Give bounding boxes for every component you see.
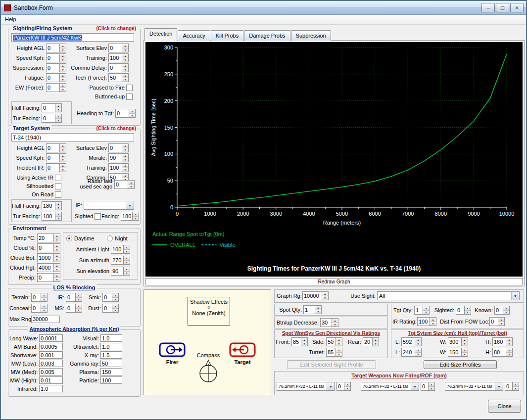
spinner-arrows[interactable]	[122, 64, 128, 72]
firer-click-to-change[interactable]: (Click to change)	[95, 26, 137, 31]
spinner-arrows[interactable]	[122, 44, 128, 52]
conceal-spinner[interactable]	[31, 304, 48, 313]
spinner-arrows[interactable]	[301, 338, 307, 346]
ultraviolet-input[interactable]	[100, 343, 122, 350]
known-spinner[interactable]	[494, 306, 510, 315]
smk-spinner[interactable]	[102, 293, 119, 302]
firer-surface-elev-spinner[interactable]	[108, 44, 129, 52]
turret-l-spinner[interactable]	[401, 348, 422, 357]
spinner-arrows[interactable]	[123, 245, 130, 253]
side-spinner[interactable]	[326, 337, 342, 346]
spinner-arrows[interactable]	[128, 181, 134, 188]
spinner-arrows[interactable]	[129, 109, 135, 117]
target-system-selector[interactable]: T-34 (1940)	[11, 133, 134, 141]
spinner-arrows[interactable]	[503, 306, 509, 314]
precip-spinner[interactable]	[37, 273, 60, 282]
temp-spinner[interactable]	[37, 233, 60, 242]
spinner-arrows[interactable]	[498, 318, 504, 326]
cloud-pct-spinner[interactable]	[37, 243, 60, 252]
los-ir-spinner[interactable]	[66, 293, 82, 302]
spinner-arrows[interactable]	[53, 274, 60, 281]
spinner-arrows[interactable]	[415, 338, 421, 346]
ip-combo[interactable]	[84, 201, 134, 210]
target-hull-facing-spinner[interactable]	[42, 201, 62, 210]
weapon2-rof-spinner[interactable]	[421, 382, 435, 391]
tab-damage-probs[interactable]: Damage Probs	[244, 30, 290, 41]
spinner-arrows[interactable]	[41, 293, 47, 301]
spinner-arrows[interactable]	[461, 348, 468, 356]
turret-spinner[interactable]	[326, 348, 342, 357]
spinner-arrows[interactable]	[59, 164, 66, 172]
spinner-arrows[interactable]	[59, 54, 66, 62]
daytime-radio[interactable]	[66, 235, 72, 241]
firer-tur-facing-spinner[interactable]	[42, 114, 62, 123]
spinner-arrows[interactable]	[344, 382, 350, 390]
spinner-arrows[interactable]	[112, 304, 118, 312]
spinner-arrows[interactable]	[464, 306, 471, 314]
hull-l-spinner[interactable]	[401, 337, 422, 346]
spinner-arrows[interactable]	[41, 304, 47, 312]
spinner-arrows[interactable]	[53, 244, 60, 252]
spinner-arrows[interactable]	[59, 84, 66, 92]
silhouetted-checkbox[interactable]	[55, 183, 61, 189]
target-tur-facing-spinner[interactable]	[42, 212, 62, 221]
spinner-arrows[interactable]	[512, 382, 519, 390]
spinner-arrows[interactable]	[59, 64, 66, 72]
spinner-arrows[interactable]	[122, 74, 128, 82]
on-road-checkbox[interactable]	[55, 191, 61, 198]
maximize-button[interactable]: □	[496, 3, 509, 12]
rear-spinner[interactable]	[363, 337, 379, 346]
night-radio[interactable]	[107, 235, 113, 241]
spinner-arrows[interactable]	[332, 319, 338, 327]
spinner-arrows[interactable]	[132, 212, 139, 220]
spinner-arrows[interactable]	[53, 264, 60, 272]
spinner-arrows[interactable]	[55, 114, 61, 122]
cloud-bot-spinner[interactable]	[37, 253, 60, 262]
tab-detection[interactable]: Detection	[144, 28, 177, 41]
turret-w-spinner[interactable]	[448, 348, 468, 357]
spinner-arrows[interactable]	[55, 104, 61, 112]
weapon1-rof-spinner[interactable]	[336, 382, 351, 391]
ambient-light-spinner[interactable]	[111, 245, 130, 254]
heading-to-tgt-spinner[interactable]	[115, 109, 136, 118]
target-morale-spinner[interactable]	[108, 153, 129, 162]
shortwave-input[interactable]	[39, 351, 63, 359]
edit-sight-profile-button[interactable]: Edit Selected Sight Profile	[287, 360, 376, 369]
tab-kill-probs[interactable]: Kill Probs	[211, 30, 243, 41]
redraw-graph-button[interactable]: Redraw Graph	[145, 278, 523, 285]
btnup-decrease-spinner[interactable]	[320, 318, 338, 327]
spinner-arrows[interactable]	[122, 54, 128, 62]
firer-tech-force-spinner[interactable]	[108, 73, 129, 82]
close-button[interactable]: Close	[488, 400, 521, 413]
weapon2-combo[interactable]: 76.2mm F-32 • L-11 tar	[361, 382, 419, 391]
spinner-arrows[interactable]	[415, 348, 421, 356]
weapon1-combo[interactable]: 76.2mm F-32 • L-11 tar	[277, 382, 335, 391]
spinner-arrows[interactable]	[75, 293, 82, 301]
hull-h-spinner[interactable]	[492, 337, 513, 346]
firer-height-agl-spinner[interactable]	[46, 44, 66, 52]
graph-rg-spinner[interactable]	[302, 291, 329, 300]
spinner-arrows[interactable]	[461, 338, 468, 346]
incident-ir-spinner[interactable]	[46, 163, 66, 172]
cloud-hgt-spinner[interactable]	[37, 263, 60, 272]
paused-to-fire-checkbox[interactable]	[126, 85, 133, 91]
target-speed-spinner[interactable]	[46, 153, 66, 162]
buttoned-up-checkbox[interactable]	[126, 93, 133, 100]
edit-size-profiles-button[interactable]: Edit Size Profiles	[424, 360, 497, 369]
weapon3-rof-spinner[interactable]	[505, 382, 519, 391]
spinner-arrows[interactable]	[122, 164, 128, 172]
plasma-input[interactable]	[100, 368, 122, 375]
infrared-input[interactable]	[39, 385, 63, 392]
turret-h-spinner[interactable]	[492, 348, 513, 357]
ms-spinner[interactable]	[66, 304, 82, 313]
spinner-arrows[interactable]	[372, 338, 379, 346]
gamma-ray-input[interactable]	[100, 360, 122, 367]
menu-help[interactable]: Help	[1, 15, 20, 24]
firer-commo-delay-spinner[interactable]	[108, 63, 129, 72]
front-spinner[interactable]	[291, 337, 308, 346]
firer-ew-force-spinner[interactable]	[46, 83, 66, 92]
sun-elevation-spinner[interactable]	[111, 267, 130, 276]
use-sight-combo[interactable]: All	[377, 291, 520, 300]
sighted-count-spinner[interactable]	[456, 306, 471, 315]
spinner-arrows[interactable]	[430, 318, 436, 326]
